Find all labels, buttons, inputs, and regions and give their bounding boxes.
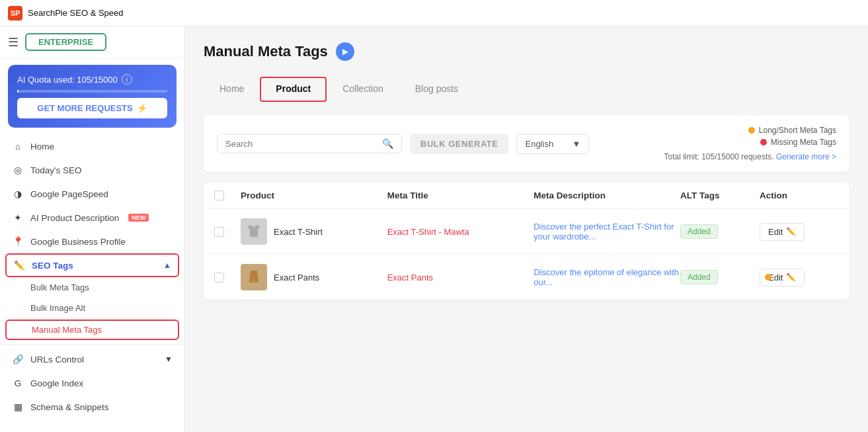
red-dot (760, 139, 767, 146)
legend-missing: Missing Meta Tags (760, 138, 836, 147)
row-2-action: Edit ✏️ (760, 269, 839, 286)
added-badge: Added (680, 224, 718, 239)
header-meta-description: Meta Description (533, 191, 680, 200)
quota-bar (17, 90, 167, 93)
enterprise-button[interactable]: ENTERPRISE (25, 33, 106, 51)
row-2-product: Exact Pants (241, 264, 387, 290)
filter-bar: 🔍 BULK GENERATE English ▼ Long/Short Met… (204, 115, 849, 172)
tab-collection[interactable]: Collection (327, 77, 399, 102)
product-name: Exact Pants (274, 273, 319, 282)
page-header: Manual Meta Tags ▶ (204, 42, 849, 61)
app-name: SearchPie SEO & Speed (28, 8, 124, 18)
search-box[interactable]: 🔍 (217, 134, 402, 153)
header-checkbox-col (214, 191, 241, 200)
ai-quota-box: AI Quota used: 105/15000 i GET MORE REQU… (8, 65, 177, 128)
row-1-meta-description: Discover the perfect Exact T-Shirt for y… (533, 222, 680, 241)
bulk-generate-button[interactable]: BULK GENERATE (410, 134, 508, 154)
pencil-icon: ✏️ (786, 273, 796, 282)
content-area: Manual Meta Tags ▶ Home Product Collecti… (185, 26, 868, 432)
select-all-checkbox[interactable] (214, 191, 224, 200)
sidebar: ☰ ENTERPRISE AI Quota used: 105/15000 i … (0, 26, 185, 432)
nav-business[interactable]: 📍 Google Business Profile (0, 230, 184, 253)
nav-todays-seo-label: Today's SEO (30, 165, 82, 175)
chevron-down-icon: ▼ (165, 355, 173, 364)
row-2-checkbox[interactable] (214, 273, 241, 282)
sub-nav: Bulk Meta Tags Bulk Image Alt Manual Met… (0, 277, 184, 341)
new-badge: NEW (128, 214, 149, 222)
pencil-icon: ✏️ (786, 227, 796, 236)
row-2-meta-title: Exact Pants (387, 273, 534, 282)
gauge-icon: ◑ (12, 188, 24, 200)
link-icon: 🔗 (12, 353, 24, 365)
top-bar: SP SearchPie SEO & Speed (0, 0, 868, 26)
row-1-checkbox[interactable] (214, 227, 241, 237)
google-icon: G (12, 377, 24, 389)
edit-button[interactable]: Edit ✏️ (760, 223, 805, 241)
info-icon[interactable]: i (122, 74, 132, 85)
row-1-meta-title: Exact T-Shirt - Mawta (387, 227, 534, 237)
nav-seo-tags[interactable]: ✏️ SEO Tags ▲ (5, 253, 179, 277)
nav-google-index[interactable]: G Google Index (0, 371, 184, 395)
nav-pagespeed[interactable]: ◑ Google PageSpeed (0, 182, 184, 206)
sidebar-item-manual-meta[interactable]: Manual Meta Tags (5, 320, 179, 340)
generate-more-link[interactable]: Generate more > (776, 152, 836, 161)
nav-ai-product[interactable]: ✦ AI Product Description NEW (0, 206, 184, 230)
nav-schema-label: Schema & Snippets (30, 402, 109, 412)
lightning-icon: ⚡ (137, 103, 147, 113)
lang-chevron-icon: ▼ (572, 139, 581, 149)
table-row: Exact Pants Exact Pants Discover the epi… (204, 255, 849, 300)
chevron-up-icon: ▲ (163, 261, 171, 270)
nav-business-label: Google Business Profile (30, 237, 126, 247)
sidebar-item-bulk-meta[interactable]: Bulk Meta Tags (0, 277, 184, 298)
row-1-alt-tags: Added (680, 224, 760, 239)
nav-home-label: Home (30, 142, 54, 151)
chart-icon: ◎ (12, 164, 24, 176)
nav-urls-control[interactable]: 🔗 URLs Control ▼ (0, 347, 184, 371)
yellow-dot (748, 127, 755, 134)
home-icon: ⌂ (12, 140, 24, 152)
legend-long-short-label: Long/Short Meta Tags (759, 126, 836, 135)
tab-home[interactable]: Home (204, 77, 260, 102)
row-2-meta-description: Discover the epitome of elegance with ou… (533, 267, 680, 287)
nav-home[interactable]: ⌂ Home (0, 134, 184, 158)
code-icon: ▦ (12, 401, 24, 413)
yellow-indicator-dot (765, 274, 771, 281)
language-select[interactable]: English ▼ (516, 134, 589, 154)
total-limit: Total limit: 105/15000 requests. Generat… (664, 152, 836, 161)
nav-google-index-label: Google Index (30, 378, 83, 388)
tabs: Home Product Collection Blog posts (204, 77, 849, 102)
added-badge: Added (680, 270, 718, 284)
sidebar-item-bulk-image[interactable]: Bulk Image Alt (0, 298, 184, 318)
nav-ai-product-label: AI Product Description (30, 213, 119, 223)
tab-product[interactable]: Product (260, 77, 327, 102)
product-thumbnail (241, 264, 267, 290)
nav-schema[interactable]: ▦ Schema & Snippets (0, 395, 184, 419)
sparkle-icon: ✦ (12, 212, 24, 224)
header-action: Action (760, 191, 839, 200)
header-product: Product (241, 191, 387, 200)
filter-left: 🔍 BULK GENERATE English ▼ (217, 134, 589, 154)
header-meta-title: Meta Title (387, 191, 534, 200)
nav-urls-label: URLs Control (30, 355, 84, 365)
hamburger-icon[interactable]: ☰ (8, 35, 19, 50)
legend-long-short: Long/Short Meta Tags (748, 126, 836, 135)
search-icon: 🔍 (382, 138, 393, 149)
legend-missing-label: Missing Meta Tags (771, 138, 836, 147)
sidebar-top: ☰ ENTERPRISE (0, 26, 184, 58)
header-alt-tags: ALT Tags (680, 191, 760, 200)
page-title: Manual Meta Tags (204, 43, 328, 60)
nav-todays-seo[interactable]: ◎ Today's SEO (0, 158, 184, 182)
table-row: Exact T-Shirt Exact T-Shirt - Mawta Disc… (204, 209, 849, 255)
divider (0, 344, 184, 345)
get-more-requests-button[interactable]: GET MORE REQUESTS ⚡ (17, 98, 167, 118)
tab-blog-posts[interactable]: Blog posts (399, 77, 474, 102)
language-label: English (525, 139, 553, 149)
search-input[interactable] (225, 139, 377, 149)
nav-seo-tags-label: SEO Tags (32, 261, 73, 271)
ai-quota-title: AI Quota used: 105/15000 i (17, 74, 167, 85)
play-button[interactable]: ▶ (336, 42, 354, 61)
table-header: Product Meta Title Meta Description ALT … (204, 183, 849, 209)
row-2-alt-tags: Added (680, 270, 760, 284)
filter-right: Long/Short Meta Tags Missing Meta Tags T… (664, 126, 836, 161)
row-1-product: Exact T-Shirt (241, 218, 387, 245)
